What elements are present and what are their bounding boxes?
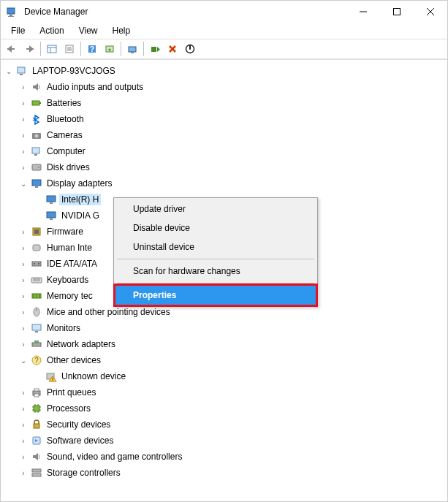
ctx-uninstall-device[interactable]: Uninstall device [115,237,316,256]
expand-icon[interactable]: › [18,436,29,446]
properties-button[interactable] [61,41,77,57]
software-icon [30,434,43,447]
display-icon [45,193,58,206]
tree-node[interactable]: ›Disk drives [15,159,447,175]
svg-rect-8 [26,48,34,50]
tree-node[interactable]: ⌄?Other devices [15,352,447,368]
tree-node[interactable]: ›Storage controllers [15,465,447,481]
svg-rect-21 [151,47,156,52]
tree-node[interactable]: ›Audio inputs and outputs [15,79,447,95]
menu-file[interactable]: File [4,24,32,37]
expand-icon[interactable]: › [18,291,29,301]
tree-node[interactable]: ›!Unknown device [30,368,447,384]
svg-rect-33 [32,164,41,170]
toolbar-sep [143,42,144,56]
tree-node-label: Other devices [45,354,103,366]
close-button[interactable] [414,1,447,23]
tree-node[interactable]: ›Cameras [15,127,447,143]
svg-rect-44 [32,262,41,266]
tree-node-label: Firmware [45,226,86,237]
uninstall-device-button[interactable] [164,41,181,57]
ctx-separator [117,259,314,259]
menu-view[interactable]: View [72,24,105,37]
svg-rect-66 [34,394,39,397]
expand-icon[interactable]: › [18,227,29,237]
svg-rect-4 [394,9,400,15]
tree-node-label: Processors [45,403,93,414]
menu-action[interactable]: Action [32,24,71,37]
tree-root-node[interactable]: ⌄ LAPTOP-93VCJOGS [1,63,447,79]
tree-node[interactable]: ›Processors [15,400,447,417]
disable-device-button[interactable] [182,41,198,57]
expand-icon[interactable]: › [18,307,29,317]
speaker-icon [30,80,43,94]
back-button[interactable] [4,41,20,57]
scan-hardware-button[interactable] [102,41,118,57]
monitor-icon [30,322,43,335]
tree-node-label: Disk drives [45,161,92,173]
svg-rect-26 [20,74,23,75]
svg-rect-56 [32,324,41,330]
ctx-properties[interactable]: Properties [115,286,316,305]
sound-icon [30,450,43,463]
expand-icon[interactable]: › [18,339,29,349]
minimize-button[interactable] [346,1,380,23]
tree-node[interactable]: ›Print queues [15,384,447,400]
tree-node[interactable]: ›Bluetooth [15,111,447,127]
expand-icon[interactable]: › [18,130,29,140]
tree-node[interactable]: ›Monitors [15,320,447,336]
tree-node[interactable]: ›Sound, video and game controllers [15,449,447,465]
tree-node-label: Keyboards [45,274,91,286]
collapse-icon[interactable]: ⌄ [18,355,29,365]
tree-node[interactable]: ›Network adapters [15,336,447,352]
tree-node[interactable]: ›Computer [15,143,447,159]
tree-node[interactable]: ›Batteries [15,95,447,111]
expand-icon[interactable]: › [18,82,29,92]
cpu-icon [30,402,43,415]
help-button[interactable]: ? [84,41,100,57]
tree-node[interactable]: ›Security devices [15,417,447,433]
expand-icon[interactable]: › [18,114,29,124]
expand-icon[interactable]: › [18,259,29,269]
expand-icon[interactable]: › [18,162,29,172]
svg-rect-59 [34,341,39,343]
tree-node-label: Network adapters [45,338,118,350]
tree-node[interactable]: ›Software devices [15,433,447,449]
expand-icon[interactable]: › [18,146,29,156]
collapse-icon[interactable]: ⌄ [18,178,29,189]
tree-node[interactable]: ⌄Display adapters [15,175,447,191]
title-bar: Device Manager [1,1,447,23]
display-icon [30,177,43,190]
expand-icon[interactable]: › [18,403,29,414]
enable-device-button[interactable] [147,41,163,57]
menu-help[interactable]: Help [105,24,138,37]
expand-icon[interactable]: › [18,452,29,462]
device-tree-pane[interactable]: ⌄ LAPTOP-93VCJOGS ›Audio inputs and outp… [1,59,447,501]
ctx-scan-hardware[interactable]: Scan for hardware changes [115,262,316,281]
ctx-disable-device[interactable]: Disable device [115,218,316,237]
bluetooth-icon [30,113,43,126]
ctx-update-driver[interactable]: Update driver [115,199,316,218]
computer-icon [15,64,29,77]
show-hide-console-button[interactable] [44,41,60,57]
svg-text:?: ? [34,357,39,365]
expand-icon[interactable]: › [18,419,29,430]
expand-icon[interactable]: › [18,323,29,333]
expand-icon[interactable]: › [18,468,29,478]
disk-icon [30,161,43,174]
highlight-frame: Properties [113,284,318,307]
maximize-button[interactable] [380,1,414,23]
forward-button[interactable] [21,41,37,57]
expand-icon[interactable]: › [18,98,29,108]
update-driver-button[interactable] [124,41,140,57]
svg-rect-36 [35,186,38,188]
printer-icon [30,386,43,399]
menu-bar: File Action View Help [1,23,447,39]
tree-node-label: Security devices [45,419,113,430]
expand-icon[interactable]: › [18,387,29,398]
svg-rect-27 [32,101,39,105]
collapse-icon[interactable]: ⌄ [4,66,14,76]
context-menu: Update driver Disable device Uninstall d… [113,197,318,307]
expand-icon[interactable]: › [18,275,29,285]
expand-icon[interactable]: › [18,243,29,253]
